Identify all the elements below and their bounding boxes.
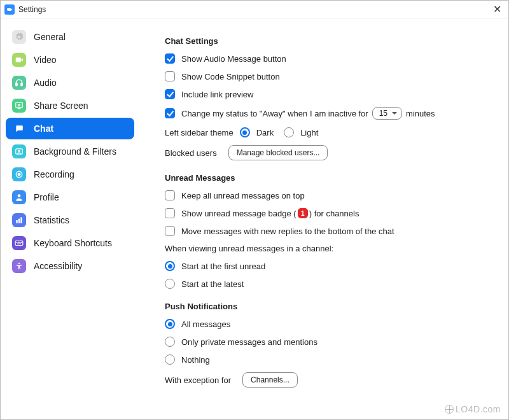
svg-rect-9 bbox=[16, 220, 17, 223]
sidebar-item-label: Share Screen bbox=[34, 101, 88, 111]
row-move-bottom: Move messages with new replies to the bo… bbox=[165, 226, 496, 236]
checkbox-show-code[interactable] bbox=[165, 71, 175, 81]
statistics-icon bbox=[12, 213, 26, 227]
gear-icon bbox=[12, 30, 26, 44]
row-show-audio: Show Audio Message button bbox=[165, 53, 496, 64]
radio-push-all[interactable] bbox=[165, 319, 175, 329]
svg-rect-12 bbox=[15, 241, 23, 246]
sidebar-item-keyboard-shortcuts[interactable]: Keyboard Shortcuts bbox=[6, 232, 134, 254]
window-body: GeneralVideoAudioShare ScreenChatBackgro… bbox=[1, 18, 508, 419]
row-blocked-users: Blocked users Manage blocked users... bbox=[165, 145, 496, 160]
row-start-first: Start at the first unread bbox=[165, 261, 496, 271]
row-link-preview: Include link preview bbox=[165, 89, 496, 99]
checkbox-move-bottom[interactable] bbox=[165, 226, 175, 236]
close-button[interactable]: ✕ bbox=[489, 2, 505, 17]
svg-point-14 bbox=[18, 242, 18, 242]
radio-push-nothing[interactable] bbox=[165, 354, 175, 365]
radio-theme-light[interactable] bbox=[284, 127, 294, 137]
label-move-bottom: Move messages with new replies to the bo… bbox=[181, 227, 394, 236]
app-logo-icon bbox=[4, 4, 15, 15]
label-blocked-users: Blocked users bbox=[165, 148, 217, 158]
radio-push-private[interactable] bbox=[165, 337, 175, 347]
row-sidebar-theme: Left sidebar theme Dark Light bbox=[165, 127, 496, 137]
row-keep-top: Keep all unread messages on top bbox=[165, 190, 496, 200]
row-push-nothing: Nothing bbox=[165, 354, 496, 365]
label-push-all: All messages bbox=[181, 319, 230, 329]
row-push-private: Only private messages and mentions bbox=[165, 337, 496, 347]
svg-rect-11 bbox=[20, 217, 22, 223]
sidebar-item-statistics[interactable]: Statistics bbox=[6, 209, 134, 231]
accessibility-icon bbox=[12, 259, 26, 273]
sidebar-item-accessibility[interactable]: Accessibility bbox=[6, 255, 134, 277]
sidebar-item-label: Profile bbox=[34, 192, 59, 202]
checkbox-link-preview[interactable] bbox=[165, 89, 175, 99]
label-start-first: Start at the first unread bbox=[181, 262, 265, 271]
profile-icon bbox=[12, 190, 26, 204]
sidebar-item-label: General bbox=[34, 32, 66, 42]
svg-point-15 bbox=[20, 242, 20, 242]
sidebar-item-recording[interactable]: Recording bbox=[6, 164, 134, 185]
push-heading: Push Notifications bbox=[165, 302, 496, 311]
window-title: Settings bbox=[18, 5, 46, 14]
share-screen-icon bbox=[12, 99, 26, 113]
keyboard-icon bbox=[12, 236, 26, 250]
sidebar-item-chat[interactable]: Chat bbox=[6, 118, 134, 139]
sidebar-item-background-filters[interactable]: Background & Filters bbox=[6, 141, 134, 162]
row-push-all: All messages bbox=[165, 319, 496, 329]
svg-rect-10 bbox=[18, 219, 20, 223]
radio-start-latest[interactable] bbox=[165, 279, 175, 289]
checkbox-unread-badge[interactable] bbox=[165, 208, 175, 218]
label-badge-suffix: ) for channels bbox=[309, 209, 359, 218]
sidebar-item-label: Accessibility bbox=[34, 261, 82, 271]
sidebar-item-share-screen[interactable]: Share Screen bbox=[6, 95, 134, 116]
label-exception: With exception for bbox=[165, 375, 231, 385]
row-start-latest: Start at the latest bbox=[165, 279, 496, 289]
svg-point-8 bbox=[18, 194, 21, 197]
row-away-status: Change my status to "Away" when I am ina… bbox=[165, 107, 496, 120]
svg-rect-1 bbox=[21, 83, 22, 86]
checkbox-keep-top[interactable] bbox=[165, 190, 175, 200]
background-icon bbox=[12, 144, 26, 158]
titlebar: Settings ✕ bbox=[1, 1, 508, 18]
label-link-preview: Include link preview bbox=[181, 90, 253, 99]
label-away-prefix: Change my status to "Away" when I am ina… bbox=[181, 109, 368, 118]
radio-theme-dark[interactable] bbox=[240, 127, 250, 137]
svg-point-16 bbox=[21, 242, 22, 242]
row-unread-badge: Show unread message badge ( 1 ) for chan… bbox=[165, 208, 496, 218]
label-push-nothing: Nothing bbox=[181, 355, 210, 365]
sidebar-item-label: Background & Filters bbox=[34, 146, 116, 157]
label-theme-dark: Dark bbox=[256, 128, 274, 137]
label-theme-light: Light bbox=[300, 128, 318, 137]
sidebar-item-profile[interactable]: Profile bbox=[6, 186, 134, 208]
content-panel: Chat Settings Show Audio Message button … bbox=[139, 18, 508, 419]
checkbox-away-status[interactable] bbox=[165, 108, 175, 118]
unread-badge-icon: 1 bbox=[298, 208, 308, 218]
viewing-unread-label: When viewing unread messages in a channe… bbox=[165, 244, 496, 253]
label-keep-top: Keep all unread messages on top bbox=[181, 191, 305, 200]
sidebar-item-label: Recording bbox=[34, 169, 74, 179]
checkbox-show-audio[interactable] bbox=[165, 53, 175, 64]
chat-settings-heading: Chat Settings bbox=[165, 36, 496, 46]
label-badge-prefix: Show unread message badge ( bbox=[181, 209, 296, 218]
manage-blocked-button[interactable]: Manage blocked users... bbox=[228, 145, 328, 160]
sidebar-item-label: Audio bbox=[34, 78, 57, 88]
sidebar-item-video[interactable]: Video bbox=[6, 49, 134, 71]
sidebar-item-audio[interactable]: Audio bbox=[6, 72, 134, 94]
svg-rect-0 bbox=[16, 83, 17, 86]
label-show-audio: Show Audio Message button bbox=[181, 54, 286, 64]
chat-icon bbox=[12, 122, 26, 136]
video-icon bbox=[12, 53, 26, 67]
sidebar-item-label: Statistics bbox=[34, 215, 69, 225]
sidebar-item-label: Keyboard Shortcuts bbox=[34, 238, 112, 248]
svg-point-13 bbox=[17, 242, 17, 242]
channels-button[interactable]: Channels... bbox=[242, 372, 298, 388]
select-away-minutes[interactable]: 15 bbox=[372, 107, 402, 120]
record-icon bbox=[12, 167, 26, 181]
sidebar-item-label: Chat bbox=[34, 123, 53, 134]
settings-window: Settings ✕ GeneralVideoAudioShare Screen… bbox=[0, 0, 509, 420]
label-start-latest: Start at the latest bbox=[181, 279, 244, 289]
label-sidebar-theme: Left sidebar theme bbox=[165, 128, 234, 137]
row-show-code: Show Code Snippet button bbox=[165, 71, 496, 81]
radio-start-first[interactable] bbox=[165, 261, 175, 271]
sidebar-item-general[interactable]: General bbox=[6, 26, 134, 48]
